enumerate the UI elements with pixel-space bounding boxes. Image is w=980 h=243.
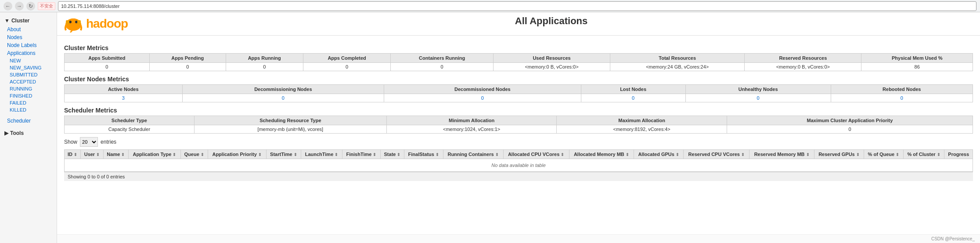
sort-finish-icon: ⇕ [373,152,376,157]
sidebar-item-accepted[interactable]: ACCEPTED [0,78,57,85]
forward-button[interactable]: → [15,2,24,11]
scheduler-metrics-title: Scheduler Metrics [64,107,973,114]
sort-containers-icon: ⇕ [495,152,499,157]
logo-text: hadoop [86,17,128,31]
col-reserved-memory[interactable]: Reserved Memory MB ⇕ [749,150,814,159]
col-id[interactable]: ID ⇕ [65,150,81,159]
cluster-nodes-title: Cluster Nodes Metrics [64,76,973,83]
col-start-time[interactable]: StartTime ⇕ [266,150,301,159]
sort-launch-icon: ⇕ [335,152,338,157]
val-max-allocation: <memory:8192, vCores:4> [557,125,727,134]
val-containers-running: 0 [391,63,493,71]
val-lost-nodes: 0 [581,94,685,102]
show-select[interactable]: 10 20 25 50 100 [80,137,98,147]
val-min-allocation: <memory:1024, vCores:1> [386,125,557,134]
sidebar-item-applications[interactable]: Applications [0,49,57,57]
sidebar-item-new[interactable]: NEW [0,57,57,64]
cluster-metrics-title: Cluster Metrics [64,44,973,51]
val-reserved-resources: <memory:0 B, vCores:0> [745,63,861,71]
val-rebooted-nodes: 0 [831,94,973,102]
sidebar-item-submitted[interactable]: SUBMITTED [0,71,57,78]
sidebar: ▼ Cluster About Nodes Node Labels Applic… [0,12,57,243]
val-unhealthy-nodes: 0 [685,94,831,102]
col-name[interactable]: Name ⇕ [103,150,128,159]
url-bar[interactable] [58,1,976,11]
sort-priority-icon: ⇕ [258,152,262,157]
active-nodes-link[interactable]: 3 [122,95,125,101]
col-launch-time[interactable]: LaunchTime ⇕ [301,150,342,159]
col-total-resources: Total Resources [610,54,745,63]
sort-gpus-icon: ⇕ [676,152,679,157]
decommissioned-link[interactable]: 0 [481,95,484,101]
col-apps-completed: Apps Completed [303,54,391,63]
val-apps-running: 0 [226,63,303,71]
app-wrapper: ▼ Cluster About Nodes Node Labels Applic… [0,12,980,243]
elephant-icon [62,15,84,33]
col-queue[interactable]: Queue ⇕ [180,150,208,159]
sort-mem-icon: ⇕ [626,152,629,157]
sidebar-item-finished[interactable]: FINISHED [0,92,57,99]
sidebar-item-killed[interactable]: KILLED [0,106,57,113]
col-application-type[interactable]: Application Type ⇕ [129,150,181,159]
sort-res-gpus-icon: ⇕ [856,152,860,157]
back-button[interactable]: ← [4,2,12,11]
sidebar-item-nodes[interactable]: Nodes [0,33,57,41]
col-allocated-gpus[interactable]: Allocated GPUs ⇕ [634,150,684,159]
col-state[interactable]: State ⇕ [380,150,404,159]
col-pct-cluster[interactable]: % of Cluster ⇕ [903,150,944,159]
col-containers-running: Containers Running [391,54,493,63]
col-apps-submitted: Apps Submitted [65,54,150,63]
col-rebooted-nodes: Rebooted Nodes [831,85,973,94]
main-content: Cluster Metrics Apps Submitted Apps Pend… [57,36,980,234]
no-data-message: No data available in table [65,159,973,172]
col-user[interactable]: User ⇕ [81,150,104,159]
col-lost-nodes: Lost Nodes [581,85,685,94]
sidebar-item-node-labels[interactable]: Node Labels [0,41,57,49]
sort-cpu-icon: ⇕ [561,152,564,157]
col-progress[interactable]: Progress [944,150,973,159]
decommissioning-link[interactable]: 0 [282,95,285,101]
col-allocated-memory[interactable]: Allocated Memory MB ⇕ [569,150,634,159]
sidebar-item-scheduler[interactable]: Scheduler [0,117,57,125]
val-apps-completed: 0 [303,63,391,71]
sort-pct-queue-icon: ⇕ [896,152,899,157]
col-max-allocation: Maximum Allocation [557,116,727,125]
sidebar-item-new-saving[interactable]: NEW_SAVING [0,64,57,71]
rebooted-nodes-link[interactable]: 0 [901,95,903,101]
col-reserved-resources: Reserved Resources [745,54,861,63]
sidebar-tools-label: Tools [10,130,24,136]
col-finish-time[interactable]: FinishTime ⇕ [342,150,381,159]
col-physical-mem: Physical Mem Used % [861,54,973,63]
sort-state-icon: ⇕ [397,152,400,157]
sidebar-tools-header[interactable]: ▶ Tools [0,128,57,138]
col-decommissioned-nodes: Decommissioned Nodes [384,85,581,94]
browser-chrome: ← → ↻ 不安全 [0,0,980,12]
col-allocated-cpu[interactable]: Allocated CPU VCores ⇕ [503,150,569,159]
col-pct-queue[interactable]: % of Queue ⇕ [864,150,904,159]
val-apps-pending: 0 [149,63,226,71]
sidebar-cluster-header[interactable]: ▼ Cluster [0,16,57,25]
sidebar-item-about[interactable]: About [0,25,57,33]
val-max-priority: 0 [727,125,973,134]
col-final-status[interactable]: FinalStatus ⇕ [404,150,443,159]
sort-id-icon: ⇕ [74,152,77,157]
sort-user-icon: ⇕ [96,152,100,157]
col-application-priority[interactable]: Application Priority ⇕ [208,150,266,159]
col-decommissioning-nodes: Decommissioning Nodes [182,85,384,94]
unhealthy-nodes-link[interactable]: 0 [757,95,760,101]
col-reserved-gpus[interactable]: Reserved GPUs ⇕ [814,150,864,159]
col-scheduling-resource-type: Scheduling Resource Type [194,116,386,125]
val-used-resources: <memory:0 B, vCores:0> [493,63,610,71]
sort-finalstatus-icon: ⇕ [436,152,439,157]
sidebar-item-running[interactable]: RUNNING [0,85,57,92]
refresh-button[interactable]: ↻ [26,2,35,11]
col-apps-pending: Apps Pending [149,54,226,63]
sort-name-icon: ⇕ [121,152,125,157]
col-running-containers[interactable]: Running Containers ⇕ [443,150,503,159]
sidebar-item-failed[interactable]: FAILED [0,99,57,106]
applications-table: ID ⇕ User ⇕ Name ⇕ Application Type ⇕ Qu… [64,149,973,172]
no-data-row: No data available in table [65,159,973,172]
col-reserved-cpu[interactable]: Reserved CPU VCores ⇕ [684,150,749,159]
header-bar: hadoop All Applications [57,12,980,36]
lost-nodes-link[interactable]: 0 [632,95,634,101]
